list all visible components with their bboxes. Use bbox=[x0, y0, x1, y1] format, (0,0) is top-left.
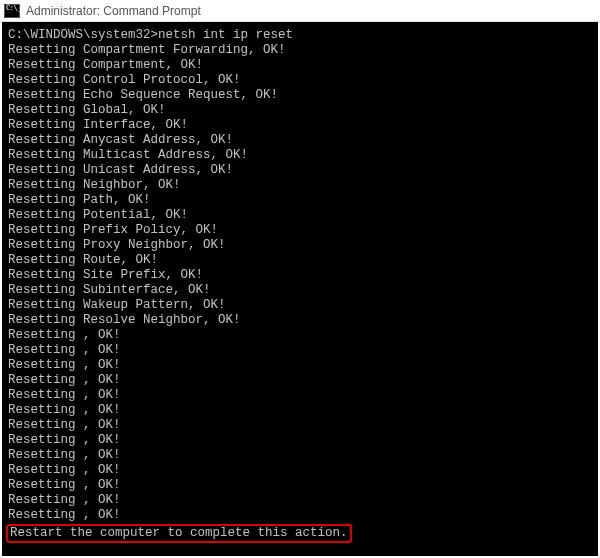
command-text: netsh int ip reset bbox=[158, 28, 293, 42]
cmd-icon bbox=[4, 4, 20, 18]
restart-message-highlight: Restart the computer to complete this ac… bbox=[6, 524, 352, 543]
window-title: Administrator: Command Prompt bbox=[26, 4, 201, 18]
window-titlebar: Administrator: Command Prompt bbox=[0, 0, 600, 22]
output-lines: Resetting Compartment Forwarding, OK! Re… bbox=[8, 43, 286, 522]
restart-message: Restart the computer to complete this ac… bbox=[10, 526, 348, 540]
prompt: C:\WINDOWS\system32> bbox=[8, 28, 158, 42]
prompt-line: C:\WINDOWS\system32>netsh int ip reset bbox=[8, 28, 293, 42]
terminal-output[interactable]: C:\WINDOWS\system32>netsh int ip reset R… bbox=[2, 22, 598, 556]
